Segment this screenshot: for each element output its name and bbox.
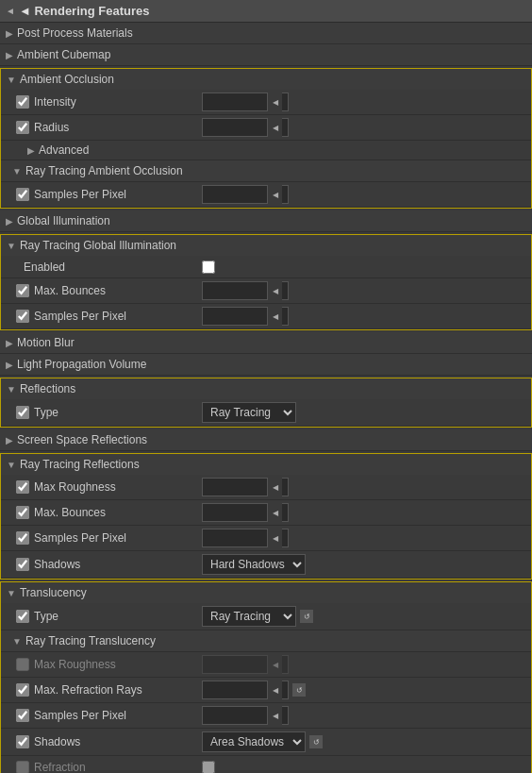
global-illumination-row[interactable]: ▶ Global Illumination [0, 210, 532, 232]
rtt-max-refraction-row: Max. Refraction Rays 1 ◀ ↺ [1, 678, 531, 703]
intensity-input-group: 0.5 ◀ [202, 92, 289, 111]
reflections-header[interactable]: ▼ Reflections [1, 378, 531, 399]
translucency-type-checkbox[interactable] [16, 610, 29, 623]
rtt-max-refraction-input-group: 1 ◀ [202, 681, 289, 699]
rtr-shadows-select[interactable]: Hard Shadows Area Shadows Disabled [202, 554, 306, 575]
rtgi-max-bounces-arrow-btn[interactable]: ◀ [267, 281, 282, 300]
ssr-row[interactable]: ▶ Screen Space Reflections [0, 429, 532, 451]
translucency-type-reset-btn[interactable]: ↺ [300, 610, 313, 623]
rtr-max-bounces-checkbox[interactable] [16, 506, 29, 519]
translucency-title: Translucency [20, 586, 87, 599]
translucency-arrow: ▼ [7, 588, 16, 598]
reflections-type-checkbox[interactable] [16, 406, 29, 419]
rtr-max-bounces-arrow-btn[interactable]: ◀ [267, 503, 282, 522]
rtao-title: Ray Tracing Ambient Occlusion [25, 164, 183, 177]
post-process-materials-row[interactable]: ▶ Post Process Materials [0, 23, 532, 44]
rtgi-max-bounces-input[interactable]: 1 [203, 282, 267, 299]
rtt-samples-input[interactable]: 1 [203, 707, 267, 724]
rtr-max-roughness-input[interactable]: 0.6 [203, 479, 267, 496]
rendering-features-panel: ◄ ◄ Rendering Features ▶ Post Process Ma… [0, 0, 532, 773]
rtr-shadows-checkbox[interactable] [16, 558, 29, 571]
translucency-header[interactable]: ▼ Translucency [1, 582, 531, 603]
rtt-shadows-checkbox[interactable] [16, 735, 29, 748]
advanced-row[interactable]: ▶ Advanced [1, 141, 531, 160]
rtr-group: ▼ Ray Tracing Reflections Max Roughness … [0, 453, 532, 580]
rtr-max-roughness-checkbox[interactable] [16, 480, 29, 494]
radius-input[interactable]: 200.0 [203, 119, 267, 136]
rtt-max-refraction-reset-btn[interactable]: ↺ [292, 683, 306, 697]
reflections-arrow: ▼ [7, 384, 16, 395]
rtgi-samples-arrow-btn[interactable]: ◀ [267, 307, 282, 326]
panel-title: ◄ Rendering Features [19, 4, 150, 18]
rtr-samples-input[interactable]: 1 [203, 529, 267, 546]
ambient-occlusion-header[interactable]: ▼ Ambient Occlusion [1, 69, 531, 90]
radius-arrow-btn[interactable]: ◀ [267, 118, 282, 137]
ssr-arrow: ▶ [6, 435, 13, 445]
rtr-max-bounces-row: Max. Bounces 1 ◀ [1, 500, 531, 526]
rtao-samples-arrow-btn[interactable]: ◀ [267, 185, 282, 204]
light-propagation-row[interactable]: ▶ Light Propagation Volume [0, 354, 532, 376]
rtt-shadows-reset-btn[interactable]: ↺ [309, 735, 323, 748]
rtt-shadows-select[interactable]: Area Shadows Hard Shadows Disabled [202, 731, 306, 752]
intensity-row: Intensity 0.5 ◀ [1, 90, 531, 115]
rtgi-title: Ray Tracing Global Illumination [20, 239, 176, 252]
rtgi-max-bounces-checkbox[interactable] [16, 284, 29, 297]
rtt-max-refraction-checkbox[interactable] [16, 683, 29, 697]
rtgi-enabled-checkbox[interactable] [202, 260, 215, 274]
rtgi-header[interactable]: ▼ Ray Tracing Global Illumination [1, 235, 531, 256]
rtt-max-refraction-input[interactable]: 1 [203, 681, 267, 698]
rtr-max-bounces-label: Max. Bounces [34, 506, 106, 519]
rtr-max-roughness-label: Max Roughness [34, 480, 116, 494]
reflections-type-label: Type [34, 406, 58, 419]
rtao-samples-label: Samples Per Pixel [34, 188, 126, 201]
rtgi-samples-checkbox[interactable] [16, 310, 29, 323]
translucency-type-select[interactable]: Ray Tracing Rasterized [202, 606, 296, 627]
rtr-max-roughness-arrow-btn[interactable]: ◀ [267, 478, 282, 496]
reflections-type-select[interactable]: Ray Tracing Screen Space [202, 402, 296, 423]
rtao-samples-input[interactable]: 1 [203, 186, 267, 203]
panel-header[interactable]: ◄ ◄ Rendering Features [0, 0, 532, 23]
rtao-header[interactable]: ▼ Ray Tracing Ambient Occlusion [1, 160, 531, 182]
rtgi-arrow: ▼ [7, 241, 16, 251]
rtt-max-refraction-label: Max. Refraction Rays [34, 683, 142, 697]
reflections-type-row: Type Ray Tracing Screen Space [1, 399, 531, 427]
rtr-samples-label: Samples Per Pixel [34, 531, 126, 545]
radius-checkbox[interactable] [16, 121, 29, 134]
rtr-samples-checkbox[interactable] [16, 531, 29, 545]
rtt-max-refraction-arrow-btn[interactable]: ◀ [267, 681, 282, 699]
rtt-max-roughness-input-group: 0.6 ◀ [202, 655, 289, 674]
rtgi-samples-row: Samples Per Pixel 1 ◀ [1, 304, 531, 329]
intensity-arrow-btn[interactable]: ◀ [267, 92, 282, 111]
post-process-label: Post Process Materials [17, 26, 133, 40]
intensity-checkbox[interactable] [16, 95, 29, 109]
intensity-input[interactable]: 0.5 [203, 93, 267, 110]
rtt-max-roughness-input[interactable]: 0.6 [203, 656, 267, 673]
rtgi-samples-input[interactable]: 1 [203, 308, 267, 325]
gi-arrow: ▶ [6, 216, 13, 227]
rtgi-max-bounces-label: Max. Bounces [34, 284, 106, 297]
rtt-refraction-checkbox[interactable] [16, 761, 29, 774]
rtt-max-roughness-label: Max Roughness [34, 658, 116, 671]
rtt-refraction-value-checkbox[interactable] [202, 761, 215, 774]
rtt-max-roughness-checkbox[interactable] [16, 658, 29, 671]
rtr-max-bounces-input[interactable]: 1 [203, 504, 267, 521]
rtao-samples-checkbox[interactable] [16, 188, 29, 201]
rtr-arrow: ▼ [7, 460, 16, 470]
ambient-cubemap-row[interactable]: ▶ Ambient Cubemap [0, 44, 532, 66]
rtr-max-roughness-row: Max Roughness 0.6 ◀ [1, 475, 531, 500]
rtgi-max-bounces-input-group: 1 ◀ [202, 281, 289, 300]
rtt-samples-checkbox[interactable] [16, 709, 29, 722]
ambient-occlusion-group: ▼ Ambient Occlusion Intensity 0.5 ◀ Radi… [0, 68, 532, 209]
rtr-samples-arrow-btn[interactable]: ◀ [267, 529, 282, 547]
motion-blur-arrow: ▶ [6, 338, 13, 348]
rtt-header[interactable]: ▼ Ray Tracing Translucency [1, 630, 531, 652]
translucency-type-row: Type Ray Tracing Rasterized ↺ [1, 603, 531, 630]
reflections-title: Reflections [20, 382, 75, 395]
radius-label: Radius [34, 121, 69, 134]
rtt-samples-arrow-btn[interactable]: ◀ [267, 706, 282, 725]
motion-blur-row[interactable]: ▶ Motion Blur [0, 332, 532, 354]
rtr-header[interactable]: ▼ Ray Tracing Reflections [1, 454, 531, 475]
advanced-label: Advanced [39, 143, 89, 157]
advanced-arrow: ▶ [27, 145, 35, 156]
rtt-max-roughness-arrow-btn[interactable]: ◀ [267, 655, 282, 674]
